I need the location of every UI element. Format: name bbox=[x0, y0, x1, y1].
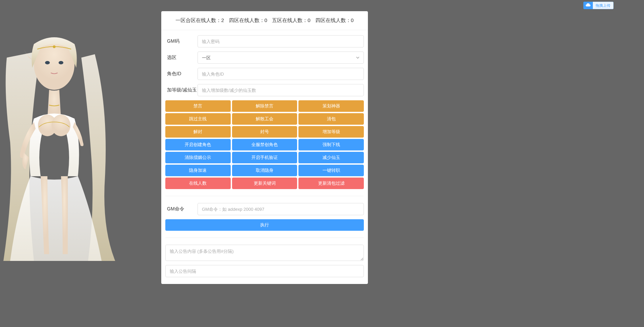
unseal-button[interactable]: 解封 bbox=[165, 126, 231, 138]
zone5-stat: 五区在线人数：0 bbox=[272, 17, 310, 24]
announcement-section bbox=[161, 245, 368, 277]
zone4-stat: 四区在线人数：0 bbox=[229, 17, 267, 24]
zone4b-stat: 四区在线人数：0 bbox=[315, 17, 354, 24]
level-label: 加等级/减仙玉 bbox=[165, 87, 198, 93]
announce-interval-input[interactable] bbox=[165, 265, 364, 277]
planner-artifact-button[interactable]: 策划神器 bbox=[298, 100, 364, 112]
update-filter-button[interactable]: 更新清包过滤 bbox=[298, 178, 364, 189]
update-keywords-button[interactable]: 更新关键词 bbox=[232, 178, 297, 189]
enable-create-role-button[interactable]: 开启创建角色 bbox=[165, 139, 231, 150]
divider bbox=[165, 196, 364, 196]
zone-select[interactable]: 一区 bbox=[198, 52, 364, 64]
disable-create-role-button[interactable]: 全服禁创角色 bbox=[232, 139, 297, 150]
execute-button[interactable]: 执行 bbox=[165, 219, 364, 231]
action-buttons: 禁言 解除禁言 策划神器 跳过主线 解散工会 清包 解封 封号 增加等级 开启创… bbox=[161, 100, 368, 189]
disband-guild-button[interactable]: 解散工会 bbox=[232, 113, 297, 125]
role-id-input[interactable] bbox=[198, 68, 364, 80]
upload-widget[interactable]: 拖拽上传 bbox=[583, 2, 614, 9]
svg-point-5 bbox=[53, 45, 56, 48]
upload-label: 拖拽上传 bbox=[593, 2, 614, 9]
svg-point-1 bbox=[45, 61, 50, 64]
admin-panel: 一区合区在线人数：2 四区在线人数：0 五区在线人数：0 四区在线人数：0 GM… bbox=[161, 11, 368, 284]
force-offline-button[interactable]: 强制下线 bbox=[298, 139, 364, 150]
add-level-button[interactable]: 增加等级 bbox=[298, 126, 364, 138]
reduce-jade-button[interactable]: 减少仙玉 bbox=[298, 152, 364, 163]
character-image bbox=[0, 24, 129, 268]
cancel-stealth-button[interactable]: 取消隐身 bbox=[232, 165, 297, 176]
zone-label: 选区 bbox=[165, 55, 198, 61]
ban-account-button[interactable]: 封号 bbox=[232, 126, 297, 138]
unban-speech-button[interactable]: 解除禁言 bbox=[232, 100, 297, 112]
online-stats-bar: 一区合区在线人数：2 四区在线人数：0 五区在线人数：0 四区在线人数：0 bbox=[161, 11, 368, 30]
ban-speech-button[interactable]: 禁言 bbox=[165, 100, 231, 112]
clear-bag-button[interactable]: 清包 bbox=[298, 113, 364, 125]
stealth-speed-button[interactable]: 隐身加速 bbox=[165, 165, 231, 176]
online-count-button[interactable]: 在线人数 bbox=[165, 178, 231, 189]
gm-command-label: GM命令 bbox=[165, 206, 198, 212]
elf-illustration bbox=[0, 24, 129, 268]
skip-main-button[interactable]: 跳过主线 bbox=[165, 113, 231, 125]
zone1-stat: 一区合区在线人数：2 bbox=[175, 17, 224, 24]
enable-phone-verify-button[interactable]: 开启手机验证 bbox=[232, 152, 297, 163]
divider bbox=[165, 238, 364, 238]
svg-point-2 bbox=[59, 61, 63, 64]
role-id-label: 角色ID bbox=[165, 71, 198, 77]
input-form: GM码 选区 一区 角色ID 加等级/减仙玉 bbox=[161, 30, 368, 96]
clear-arena-button[interactable]: 清除擂姻公示 bbox=[165, 152, 231, 163]
gm-code-label: GM码 bbox=[165, 38, 198, 44]
change-job-button[interactable]: 一键转职 bbox=[298, 165, 364, 176]
gm-code-input[interactable] bbox=[198, 35, 364, 47]
gm-command-section: GM命令 执行 bbox=[161, 203, 368, 231]
announce-content-input[interactable] bbox=[165, 245, 364, 261]
level-input[interactable] bbox=[198, 84, 364, 96]
gm-command-input[interactable] bbox=[198, 203, 364, 215]
cloud-icon bbox=[583, 2, 593, 9]
